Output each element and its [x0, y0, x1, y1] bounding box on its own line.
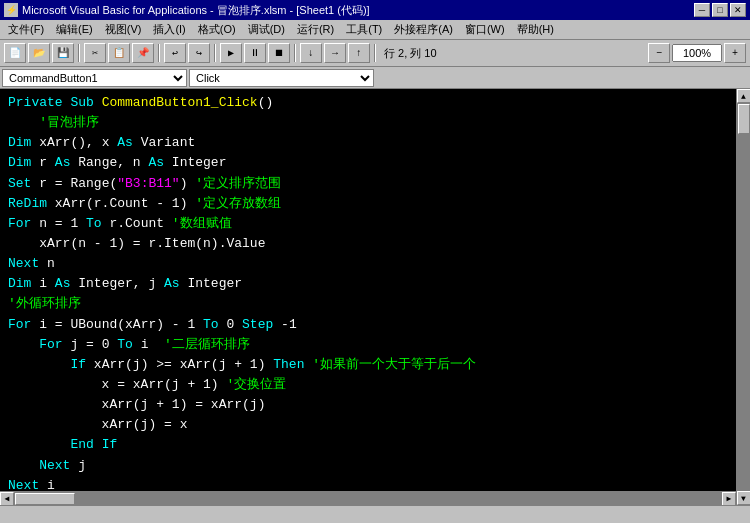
code-line-15: x = xArr(j + 1) '交换位置 — [8, 375, 728, 395]
sep1 — [78, 44, 80, 62]
scroll-track-v[interactable] — [737, 103, 750, 491]
code-line-17: xArr(j) = x — [8, 415, 728, 435]
status-position: 行 2, 列 10 — [380, 46, 441, 61]
code-line-5: Set r = Range("B3:B11") '定义排序范围 — [8, 174, 728, 194]
code-line-18: End If — [8, 435, 728, 455]
tb-paste[interactable]: 📌 — [132, 43, 154, 63]
tb-new[interactable]: 📄 — [4, 43, 26, 63]
tb-copy[interactable]: 📋 — [108, 43, 130, 63]
tb-cut[interactable]: ✂ — [84, 43, 106, 63]
close-button[interactable]: ✕ — [730, 3, 746, 17]
title-text: Microsoft Visual Basic for Applications … — [22, 3, 370, 18]
obj-proc-bar: CommandButton1 Click — [0, 67, 750, 89]
minimize-button[interactable]: ─ — [694, 3, 710, 17]
scroll-track-h[interactable] — [14, 492, 722, 505]
code-line-6: ReDim xArr(r.Count - 1) '定义存放数组 — [8, 194, 728, 214]
zoom-input[interactable] — [672, 44, 722, 62]
tb-zoom-out[interactable]: − — [648, 43, 670, 63]
sep5 — [374, 44, 376, 62]
scroll-thumb-h[interactable] — [15, 493, 75, 505]
menu-insert[interactable]: 插入(I) — [147, 20, 191, 39]
tb-stepout[interactable]: ↑ — [348, 43, 370, 63]
main-content: Private Sub CommandButton1_Click() '冒泡排序… — [0, 89, 750, 505]
title-bar-buttons: ─ □ ✕ — [694, 3, 746, 17]
sep2 — [158, 44, 160, 62]
object-select[interactable]: CommandButton1 — [2, 69, 187, 87]
maximize-button[interactable]: □ — [712, 3, 728, 17]
sep4 — [294, 44, 296, 62]
menu-debug[interactable]: 调试(D) — [242, 20, 291, 39]
code-line-2: '冒泡排序 — [8, 113, 728, 133]
menu-bar: 文件(F) 编辑(E) 视图(V) 插入(I) 格式(O) 调试(D) 运行(R… — [0, 20, 750, 40]
app-window: ⚡ Microsoft Visual Basic for Application… — [0, 0, 750, 523]
tb-step[interactable]: ↓ — [300, 43, 322, 63]
code-line-14: If xArr(j) >= xArr(j + 1) Then '如果前一个大于等… — [8, 355, 728, 375]
menu-addins[interactable]: 外接程序(A) — [388, 20, 459, 39]
scroll-left-button[interactable]: ◀ — [0, 492, 14, 506]
code-line-16: xArr(j + 1) = xArr(j) — [8, 395, 728, 415]
menu-run[interactable]: 运行(R) — [291, 20, 340, 39]
code-line-12: For i = UBound(xArr) - 1 To 0 Step -1 — [8, 315, 728, 335]
tb-undo[interactable]: ↩ — [164, 43, 186, 63]
code-line-7: For n = 1 To r.Count '数组赋值 — [8, 214, 728, 234]
menu-help[interactable]: 帮助(H) — [511, 20, 560, 39]
menu-format[interactable]: 格式(O) — [192, 20, 242, 39]
toolbar-row-1: 📄 📂 💾 ✂ 📋 📌 ↩ ↪ ▶ ⏸ ⏹ ↓ → ↑ 行 2, 列 10 − … — [0, 40, 750, 66]
menu-view[interactable]: 视图(V) — [99, 20, 148, 39]
code-line-3: Dim xArr(), x As Variant — [8, 133, 728, 153]
code-line-11: '外循环排序 — [8, 294, 728, 314]
menu-tools[interactable]: 工具(T) — [340, 20, 388, 39]
title-bar: ⚡ Microsoft Visual Basic for Application… — [0, 0, 750, 20]
code-line-8: xArr(n - 1) = r.Item(n).Value — [8, 234, 728, 254]
code-line-4: Dim r As Range, n As Integer — [8, 153, 728, 173]
toolbar-area: 📄 📂 💾 ✂ 📋 📌 ↩ ↪ ▶ ⏸ ⏹ ↓ → ↑ 行 2, 列 10 − … — [0, 40, 750, 67]
code-line-20: Next i — [8, 476, 728, 491]
menu-file[interactable]: 文件(F) — [2, 20, 50, 39]
scroll-thumb-v[interactable] — [738, 104, 750, 134]
menu-edit[interactable]: 编辑(E) — [50, 20, 99, 39]
scroll-down-button[interactable]: ▼ — [737, 491, 751, 505]
tb-redo[interactable]: ↪ — [188, 43, 210, 63]
code-line-19: Next j — [8, 456, 728, 476]
code-line-10: Dim i As Integer, j As Integer — [8, 274, 728, 294]
code-line-13: For j = 0 To i '二层循环排序 — [8, 335, 728, 355]
code-wrapper: Private Sub CommandButton1_Click() '冒泡排序… — [0, 89, 736, 505]
tb-save[interactable]: 💾 — [52, 43, 74, 63]
scroll-up-button[interactable]: ▲ — [737, 89, 751, 103]
tb-stepover[interactable]: → — [324, 43, 346, 63]
tb-open[interactable]: 📂 — [28, 43, 50, 63]
tb-stop[interactable]: ⏹ — [268, 43, 290, 63]
tb-zoom-in[interactable]: + — [724, 43, 746, 63]
scrollbar-vertical: ▲ ▼ — [736, 89, 750, 505]
scrollbar-horizontal: ◀ ▶ — [0, 491, 736, 505]
tb-pause[interactable]: ⏸ — [244, 43, 266, 63]
procedure-select[interactable]: Click — [189, 69, 374, 87]
menu-window[interactable]: 窗口(W) — [459, 20, 511, 39]
code-line-1: Private Sub CommandButton1_Click() — [8, 93, 728, 113]
sep3 — [214, 44, 216, 62]
code-line-9: Next n — [8, 254, 728, 274]
title-bar-left: ⚡ Microsoft Visual Basic for Application… — [4, 3, 370, 18]
status-bar — [0, 505, 750, 523]
scroll-right-button[interactable]: ▶ — [722, 492, 736, 506]
code-editor[interactable]: Private Sub CommandButton1_Click() '冒泡排序… — [0, 89, 736, 491]
vba-icon: ⚡ — [4, 3, 18, 17]
tb-run[interactable]: ▶ — [220, 43, 242, 63]
